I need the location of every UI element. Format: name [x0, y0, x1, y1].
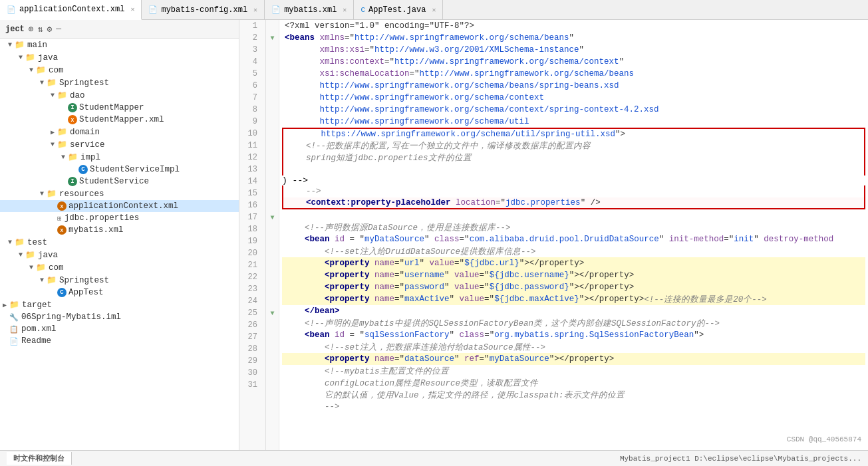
code-line-16[interactable]: <!--声明数据源DataSource，使用是连接数据库-->	[282, 221, 865, 233]
tree-item-service[interactable]: ▼ 📁 service	[0, 138, 239, 151]
java-class-badge: C	[78, 165, 88, 174]
sort-icon[interactable]: ⇅	[38, 24, 43, 35]
folder-icon: 📁	[47, 275, 57, 285]
tree-arrow: ▶	[0, 301, 9, 309]
code-line-9[interactable]: http://www.springframework.org/schema/ut…	[282, 116, 865, 128]
tree-item-impl[interactable]: ▼ 📁 impl	[0, 151, 239, 164]
settings-icon[interactable]: ⚙	[47, 24, 52, 35]
tree-item-target[interactable]: ▶ 📁 target	[0, 298, 239, 311]
tree-item-test-springtest[interactable]: ▼ 📁 Springtest	[0, 274, 239, 287]
tree-item-studentservice[interactable]: I StudentService	[0, 175, 239, 187]
tab-close-button[interactable]: ✕	[253, 6, 257, 14]
code-line-25[interactable]: <bean id = "sqlSessionFactory" class="or…	[282, 329, 865, 341]
code-line-24[interactable]: <!--声明的是mybatis中提供的SQLSessionFactoryBean…	[282, 317, 865, 329]
tree-label: dao	[70, 91, 85, 100]
bottom-panel-tab-console[interactable]: 时文件和控制台	[7, 452, 72, 465]
tree-item-jdbc-properties[interactable]: ⊞ jdbc.properties	[0, 212, 239, 224]
tree-item-test[interactable]: ▼ 📁 test	[0, 236, 239, 249]
code-line-11[interactable]: <!--把数据库的配置,写在一个独立的文件中，编译修改数据库的配置内容	[282, 140, 865, 152]
code-line-8[interactable]: http://www.springframework.org/schema/co…	[282, 104, 865, 116]
tree-item-java[interactable]: ▼ 📁 java	[0, 51, 239, 64]
code-line-20[interactable]: <property name="username" value="${jdbc.…	[282, 269, 865, 281]
tree-label: applicationContext.xml	[69, 201, 178, 211]
tab-close-button[interactable]: ✕	[432, 6, 436, 14]
tree-item-pom-xml[interactable]: 📋 pom.xml	[0, 323, 239, 335]
tree-item-domain[interactable]: ▶ 📁 domain	[0, 126, 239, 138]
code-line-21[interactable]: <property name="password" value="${jdbc.…	[282, 281, 865, 293]
tab-close-button[interactable]: ✕	[130, 5, 134, 13]
code-line-29[interactable]: configLocation属性是Resource类型，读取配置文件	[282, 377, 865, 389]
tree-arrow: ▼	[48, 141, 57, 148]
tree-item-main[interactable]: ▼ 📁 main	[0, 39, 239, 51]
code-line-22[interactable]: <property name="maxActive" value="${jdbc…	[282, 293, 865, 305]
sidebar-header-icons: ⊕ ⇅ ⚙ —	[29, 24, 61, 35]
code-line-14-comment[interactable]: -->	[282, 185, 865, 197]
project-label: ject	[5, 25, 25, 34]
tree-label: pom.xml	[21, 324, 57, 334]
tree-label: Springtest	[59, 78, 109, 88]
tree-item-studentmapper-xml[interactable]: X StudentMapper.xml	[0, 114, 239, 126]
code-line-3[interactable]: xmlns:xsi="http://www.w3.org/2001/XMLSch…	[282, 44, 865, 56]
folder-icon: 📁	[9, 300, 19, 310]
tree-item-mybatis-xml[interactable]: X mybatis.xml	[0, 224, 239, 236]
tree-arrow	[48, 227, 57, 234]
code-lines[interactable]: <?xml version="1.0" encoding="UTF-8"?> <…	[279, 20, 868, 450]
java-iface-badge: I	[68, 103, 77, 112]
tree-item-readme[interactable]: 📄 Readme	[0, 335, 239, 347]
code-line-19[interactable]: <property name="url" value="${jdbc.url}"…	[282, 257, 865, 269]
folder-icon: 📁	[25, 53, 35, 62]
properties-icon: ⊞	[57, 214, 62, 223]
tree-item-applicationcontext-xml[interactable]: X applicationContext.xml	[0, 200, 239, 212]
tree-arrow: ▼	[27, 66, 36, 74]
tab-apptest[interactable]: C AppTest.java ✕	[354, 0, 443, 19]
tree-arrow	[48, 289, 57, 296]
tab-applicationcontext[interactable]: 📄 applicationContext.xml ✕	[0, 0, 142, 20]
sidebar: ject ⊕ ⇅ ⚙ — ▼ 📁 main ▼ 📁 java ▼ 📁 com	[0, 20, 239, 450]
tree-item-resources[interactable]: ▼ 📁 resources	[0, 187, 239, 200]
code-line-15[interactable]	[282, 209, 865, 221]
code-line-1[interactable]: <?xml version="1.0" encoding="UTF-8"?>	[282, 20, 865, 32]
code-line-12[interactable]: spring知道jdbc.properties文件的位置	[282, 152, 865, 164]
tree-item-spring-mybatis-iml[interactable]: 🔧 06Spring-Mybatis.iml	[0, 311, 239, 323]
xml-badge: X	[57, 225, 67, 235]
folder-icon: 📁	[57, 90, 67, 100]
tab-mybatis-config[interactable]: 📄 mybatis-config.xml ✕	[142, 0, 265, 19]
code-line-7[interactable]: http://www.springframework.org/schema/co…	[282, 92, 865, 104]
folder-icon: 📁	[47, 78, 57, 88]
tree-label: StudentMapper	[79, 103, 144, 112]
code-line-4[interactable]: xmlns:context="http://www.springframewor…	[282, 56, 865, 68]
code-line-30[interactable]: 它的默认值，使用Value，指定文件的路径，使用classpath:表示文件的位…	[282, 389, 865, 401]
tree-arrow	[69, 166, 78, 174]
code-container: 1 2 3 4 5 6 7 8 9 10 11 12 13 14 15 16 1…	[239, 20, 868, 450]
tree-item-studentserviceimpl[interactable]: C StudentServiceImpl	[0, 164, 239, 175]
minus-icon[interactable]: —	[56, 24, 61, 35]
watermark: CSDN @qq_40565874	[787, 435, 861, 443]
code-line-18[interactable]: <!--set注入给DruidDataSource提供数据库信息-->	[282, 245, 865, 257]
code-line-13[interactable]	[282, 164, 865, 175]
tab-mybatis[interactable]: 📄 mybatis.xml ✕	[265, 0, 354, 19]
tree-item-apptest[interactable]: C AppTest	[0, 287, 239, 298]
tree-item-springtest[interactable]: ▼ 📁 Springtest	[0, 76, 239, 89]
folder-icon: 📁	[57, 127, 67, 137]
tree-item-dao[interactable]: ▼ 📁 dao	[0, 89, 239, 102]
tree-item-com[interactable]: ▼ 📁 com	[0, 64, 239, 76]
code-line-31[interactable]: -->	[282, 401, 865, 413]
tree-arrow: ▼	[5, 239, 15, 246]
tree-item-studentmapper-iface[interactable]: I StudentMapper	[0, 102, 239, 114]
code-line-2[interactable]: <beans xmlns="http://www.springframework…	[282, 32, 865, 44]
tree-item-test-java[interactable]: ▼ 📁 java	[0, 249, 239, 261]
code-line-6[interactable]: http://www.springframework.org/schema/be…	[282, 80, 865, 92]
tab-label: mybatis-config.xml	[161, 5, 247, 15]
code-line-23[interactable]: </bean>	[282, 305, 865, 317]
tab-close-button[interactable]: ✕	[343, 6, 347, 14]
code-line-27[interactable]: <property name="dataSource" ref="myDataS…	[282, 353, 865, 365]
code-line-26[interactable]: <!--set注入，把数据库连接池付给dataSource属性-->	[282, 341, 865, 353]
code-line-28[interactable]: <!--mybatis主配置文件的位置	[282, 365, 865, 377]
code-line-5[interactable]: xsi:schemaLocation="http://www.springfra…	[282, 68, 865, 80]
code-line-14[interactable]: <context:property-placeholder location="…	[282, 197, 865, 209]
code-line-17[interactable]: <bean id = "myDataSource" class="com.ali…	[282, 233, 865, 245]
tree-item-test-com[interactable]: ▼ 📁 com	[0, 261, 239, 274]
tree-label: resources	[59, 189, 104, 199]
code-line-10[interactable]: https://www.springframework.org/schema/u…	[282, 128, 865, 140]
add-icon[interactable]: ⊕	[29, 24, 34, 35]
